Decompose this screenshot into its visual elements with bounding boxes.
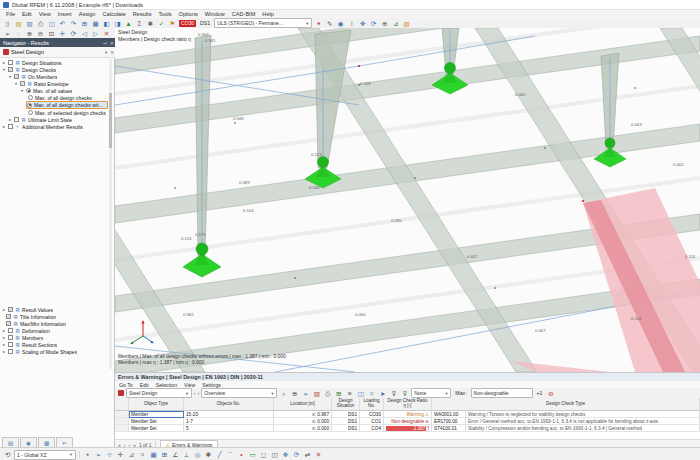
- star-icon[interactable]: ✦: [314, 19, 323, 28]
- mirror-icon[interactable]: ⇄: [303, 450, 312, 459]
- table-row[interactable]: Member Set 1-7 x: 0.000 DS1 CO1 Non-desi…: [115, 418, 700, 425]
- color-scale-icon[interactable]: ▧: [312, 389, 321, 398]
- tree-item-max-without-errors[interactable]: Max. of all design checks without errors: [26, 101, 108, 109]
- next-icon[interactable]: ›: [198, 390, 200, 396]
- tree-item-scaling-of-mode-shapes[interactable]: ▸ ▤ Scaling of Mode Shapes: [0, 348, 108, 355]
- chevron-icon[interactable]: ▸: [2, 342, 6, 347]
- erase-icon[interactable]: ✕: [314, 450, 323, 459]
- goto-icon[interactable]: ➢: [301, 389, 310, 398]
- menu-goto[interactable]: Go To: [119, 382, 133, 388]
- checkbox[interactable]: [20, 81, 25, 86]
- menu-file[interactable]: File: [6, 11, 15, 17]
- checkbox[interactable]: [14, 117, 19, 122]
- chevron-icon[interactable]: ▾: [14, 81, 18, 86]
- table-row[interactable]: Member Set 5 x: 0.000 DS1 CO4 1.387! ST4…: [115, 425, 700, 432]
- settings-icon[interactable]: ✱: [204, 450, 213, 459]
- guides-icon[interactable]: ⌗: [138, 450, 147, 459]
- menu-cadbim[interactable]: CAD-BIM: [232, 11, 256, 17]
- move-icon[interactable]: ✥: [281, 450, 290, 459]
- tree-item-max-of-selected[interactable]: Max. of selected design checks: [0, 109, 108, 116]
- snap-icon[interactable]: ⌖: [83, 450, 92, 459]
- rotate-icon[interactable]: ⟳: [369, 19, 378, 28]
- print-icon[interactable]: ⎙: [323, 389, 332, 398]
- print-icon[interactable]: ⎙: [36, 19, 45, 28]
- zoom-fit-icon[interactable]: ⊡: [47, 29, 56, 38]
- row-handle[interactable]: [115, 425, 129, 432]
- tree-item-result-sections[interactable]: ▸ ▤ Result Sections: [0, 341, 108, 348]
- checkbox[interactable]: [8, 328, 13, 333]
- relation-icon[interactable]: ⌗: [367, 389, 376, 398]
- design-situation-dropdown[interactable]: ULS (STR/GEO) - Permane...▼: [214, 18, 312, 28]
- columns-icon[interactable]: ◫: [356, 389, 365, 398]
- checkbox[interactable]: [8, 67, 13, 72]
- table-icon[interactable]: ⊞: [160, 450, 169, 459]
- chevron-icon[interactable]: ▸: [2, 60, 6, 65]
- checkbox[interactable]: [6, 321, 11, 326]
- menu-insert[interactable]: Insert: [58, 11, 72, 17]
- menu-edit[interactable]: Edit: [22, 11, 32, 17]
- tree-item-ultimate-limit-state[interactable]: ▸ ▤ Ultimate Limit State: [0, 116, 108, 123]
- ortho-icon[interactable]: ∠: [171, 450, 180, 459]
- chevron-icon[interactable]: ▾: [8, 74, 12, 79]
- line-icon[interactable]: ╱: [215, 450, 224, 459]
- prev-view-icon[interactable]: ◁: [80, 29, 89, 38]
- lasso-icon[interactable]: ◌: [14, 29, 23, 38]
- chevron-icon[interactable]: ▸: [2, 349, 6, 354]
- calculate-icon[interactable]: ✱: [146, 19, 155, 28]
- close-icon[interactable]: ✕: [110, 40, 114, 46]
- grid-snap-icon[interactable]: ⊹: [105, 450, 114, 459]
- mesh-icon[interactable]: ▦: [149, 450, 158, 459]
- scrollbar-thumb[interactable]: [109, 93, 112, 148]
- crosshair-icon[interactable]: ✛: [116, 450, 125, 459]
- member-icon[interactable]: ▭: [248, 450, 257, 459]
- chevron-icon[interactable]: ▸: [2, 328, 6, 333]
- row-handle[interactable]: [115, 411, 129, 418]
- new-file-icon[interactable]: ▯: [3, 19, 12, 28]
- menu-calculate[interactable]: Calculate: [102, 11, 125, 17]
- chevron-icon[interactable]: ▸: [2, 335, 6, 340]
- menu-edit[interactable]: Edit: [140, 382, 149, 388]
- table-icon[interactable]: ⊞: [80, 19, 89, 28]
- menu-options[interactable]: Options: [179, 11, 198, 17]
- export-icon[interactable]: ⊞: [334, 389, 343, 398]
- undo-icon[interactable]: ↶: [58, 19, 67, 28]
- move-icon[interactable]: ✥: [358, 19, 367, 28]
- sum-icon[interactable]: Σ: [135, 19, 144, 28]
- radio-button[interactable]: [27, 103, 32, 108]
- section-icon[interactable]: ⊿: [391, 19, 400, 28]
- checkbox[interactable]: [14, 74, 19, 79]
- view-dropdown[interactable]: Overview▼: [201, 388, 277, 398]
- checkbox[interactable]: [8, 335, 13, 340]
- pen-icon[interactable]: ✎: [325, 19, 334, 28]
- zoom-in-icon[interactable]: ⊕: [25, 29, 34, 38]
- tree-item-design-situations[interactable]: ▸ ▤ Design Situations: [0, 59, 108, 66]
- camera-icon[interactable]: ◉: [336, 19, 345, 28]
- zoom-out-icon[interactable]: ⊖: [36, 29, 45, 38]
- menu-window[interactable]: Window: [205, 11, 225, 17]
- filter-icon[interactable]: ⊽: [389, 389, 398, 398]
- filter-dropdown[interactable]: None▼: [411, 388, 451, 398]
- tree-item-ratio-envelope[interactable]: ▾ ▤ Ratio Envelope: [0, 80, 108, 87]
- tree-item-additional-member-results[interactable]: ▸ ≈ Additional Member Results: [0, 123, 108, 130]
- chevron-icon[interactable]: ▸: [2, 307, 6, 312]
- radio-button[interactable]: [26, 88, 31, 93]
- chevron-icon[interactable]: ▾: [2, 67, 6, 72]
- chart-icon[interactable]: ▲: [124, 19, 133, 28]
- node-icon[interactable]: •: [237, 450, 246, 459]
- osnap-icon[interactable]: ◎: [193, 450, 202, 459]
- surface-icon[interactable]: ◻: [259, 450, 268, 459]
- zoom-icon[interactable]: ⊕: [380, 19, 389, 28]
- next-view-icon[interactable]: ▷: [91, 29, 100, 38]
- copy-icon[interactable]: ◫: [47, 19, 56, 28]
- tree-item-result-values[interactable]: ▸ ▤ Result Values: [0, 306, 108, 313]
- tree-item-design-checks[interactable]: ▾ ▤ Design Checks: [0, 66, 108, 73]
- angle-icon[interactable]: ⊿: [127, 450, 136, 459]
- radio-button[interactable]: [28, 110, 33, 115]
- menu-view[interactable]: View: [184, 382, 195, 388]
- pin-icon[interactable]: ⊣: [102, 40, 106, 46]
- chevron-icon[interactable]: ▸: [2, 124, 6, 129]
- nav-close-icon[interactable]: ✕: [110, 50, 114, 55]
- measure-icon[interactable]: ⟟: [347, 19, 356, 28]
- pan-icon[interactable]: ✛: [58, 29, 67, 38]
- list-icon[interactable]: ≡: [345, 389, 354, 398]
